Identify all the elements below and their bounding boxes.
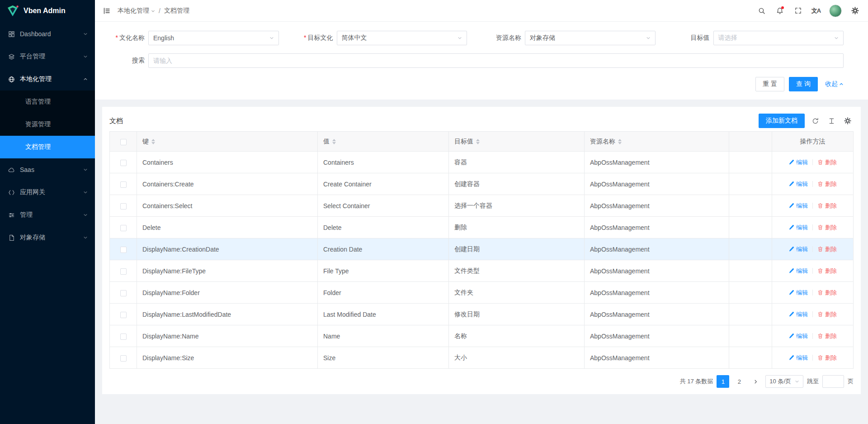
delete-button[interactable]: 删除	[817, 310, 837, 319]
cell-key: DisplayName:Name	[137, 325, 318, 347]
column-header-2[interactable]: 目标值	[449, 132, 585, 152]
reset-button[interactable]: 重 置	[755, 77, 784, 91]
edit-button[interactable]: 编辑	[788, 332, 808, 340]
cell-resource: AbpOssManagement	[585, 173, 729, 195]
collapse-link[interactable]: 收起	[825, 80, 844, 88]
select-all-checkbox[interactable]	[120, 139, 127, 145]
filter-field-label: *目标文化	[291, 34, 337, 42]
cell-spacer	[729, 195, 772, 217]
action-divider	[812, 203, 813, 209]
jump-page-input[interactable]	[822, 375, 844, 388]
table-row: DisplayName:FolderFolder文件夹AbpOssManagem…	[110, 282, 854, 304]
sidebar-item-saas[interactable]: Saas	[0, 158, 95, 181]
sidebar-item-platform[interactable]: 平台管理	[0, 45, 95, 68]
edit-button[interactable]: 编辑	[788, 180, 808, 188]
sidebar-subitem-localization-1[interactable]: 资源管理	[0, 113, 95, 136]
breadcrumb: 本地化管理 / 文档管理	[118, 7, 189, 15]
table-settings-gear-icon[interactable]	[842, 115, 854, 127]
filter-select-1[interactable]: 简体中文	[337, 31, 467, 45]
refresh-icon[interactable]	[809, 115, 821, 127]
settings-gear-icon[interactable]	[847, 3, 863, 19]
sidebar-subitem-localization-2[interactable]: 文档管理	[0, 136, 95, 158]
user-avatar[interactable]	[829, 5, 842, 17]
edit-button[interactable]: 编辑	[788, 245, 808, 253]
app-title: Vben Admin	[24, 7, 66, 15]
column-header-1[interactable]: 值	[318, 132, 449, 152]
delete-button[interactable]: 删除	[817, 158, 837, 167]
query-button[interactable]: 查 询	[789, 77, 818, 91]
delete-button[interactable]: 删除	[817, 245, 837, 253]
language-switch-icon[interactable]: 文A	[808, 3, 824, 19]
filter-select-2[interactable]: 对象存储	[525, 31, 656, 45]
delete-button[interactable]: 删除	[817, 267, 837, 275]
delete-button[interactable]: 删除	[817, 202, 837, 210]
delete-button[interactable]: 删除	[817, 224, 837, 232]
next-page-button[interactable]	[749, 375, 762, 388]
panel-toolbar: 文档 添加新文档	[109, 110, 854, 131]
sort-icon[interactable]	[332, 139, 336, 144]
cell-resource: AbpOssManagement	[585, 217, 729, 238]
sidebar-subitem-localization-0[interactable]: 语言管理	[0, 91, 95, 113]
edit-button[interactable]: 编辑	[788, 354, 808, 362]
row-height-icon[interactable]	[826, 115, 837, 127]
table-row: ContainersContainers容器AbpOssManagement编辑…	[110, 152, 854, 173]
cell-resource: AbpOssManagement	[585, 152, 729, 173]
cell-resource: AbpOssManagement	[585, 325, 729, 347]
notification-bell-icon[interactable]	[772, 3, 788, 19]
cell-actions: 编辑删除	[772, 238, 854, 260]
content: *文化名称English*目标文化简体中文资源名称对象存储目标值请选择搜索 重 …	[95, 22, 868, 424]
page-size-value: 10 条/页	[769, 377, 791, 386]
chevron-down-icon	[458, 36, 462, 40]
delete-label: 删除	[825, 354, 837, 362]
cell-value: Creation Date	[318, 238, 449, 260]
edit-button[interactable]: 编辑	[788, 224, 808, 232]
row-checkbox[interactable]	[120, 333, 127, 340]
column-label: 目标值	[454, 138, 473, 145]
column-header-3[interactable]: 资源名称	[585, 132, 729, 152]
logo[interactable]: Vben Admin	[0, 0, 95, 22]
edit-button[interactable]: 编辑	[788, 158, 808, 167]
table-row: DisplayName:LastModifiedDateLast Modifie…	[110, 304, 854, 325]
row-checkbox[interactable]	[120, 225, 127, 231]
delete-button[interactable]: 删除	[817, 332, 837, 340]
row-checkbox[interactable]	[120, 203, 127, 210]
sidebar-item-dashboard[interactable]: Dashboard	[0, 23, 95, 45]
search-input[interactable]	[148, 53, 844, 68]
table-row: DisplayName:FileTypeFile Type文件类型AbpOssM…	[110, 260, 854, 282]
page-button-1[interactable]: 1	[717, 375, 729, 388]
row-checkbox[interactable]	[120, 181, 127, 188]
sidebar-item-gateway[interactable]: 应用网关	[0, 181, 95, 204]
delete-button[interactable]: 删除	[817, 354, 837, 362]
filter-select-0[interactable]: English	[148, 31, 279, 45]
delete-button[interactable]: 删除	[817, 289, 837, 297]
sidebar-item-storage[interactable]: 对象存储	[0, 226, 95, 249]
sidebar-item-management[interactable]: 管理	[0, 204, 95, 226]
edit-button[interactable]: 编辑	[788, 267, 808, 275]
column-label: 操作方法	[800, 138, 826, 145]
breadcrumb-parent[interactable]: 本地化管理	[118, 7, 155, 15]
fullscreen-icon[interactable]	[790, 3, 806, 19]
edit-button[interactable]: 编辑	[788, 310, 808, 319]
menu-fold-icon[interactable]	[103, 7, 110, 14]
add-document-button[interactable]: 添加新文档	[759, 114, 805, 128]
cell-resource: AbpOssManagement	[585, 195, 729, 217]
row-checkbox[interactable]	[120, 312, 127, 318]
search-icon[interactable]	[754, 3, 769, 19]
column-header-0[interactable]: 键	[137, 132, 318, 152]
cell-checkbox	[110, 173, 137, 195]
filter-select-3[interactable]: 请选择	[713, 31, 844, 45]
row-checkbox[interactable]	[120, 160, 127, 166]
sidebar-item-localization[interactable]: 本地化管理	[0, 68, 95, 91]
edit-button[interactable]: 编辑	[788, 289, 808, 297]
row-checkbox[interactable]	[120, 355, 127, 362]
sort-icon[interactable]	[618, 139, 622, 144]
delete-button[interactable]: 删除	[817, 180, 837, 188]
sort-icon[interactable]	[476, 139, 480, 144]
row-checkbox[interactable]	[120, 268, 127, 275]
edit-button[interactable]: 编辑	[788, 202, 808, 210]
page-button-2[interactable]: 2	[733, 375, 745, 388]
row-checkbox[interactable]	[120, 247, 127, 253]
row-checkbox[interactable]	[120, 290, 127, 296]
page-size-select[interactable]: 10 条/页	[765, 375, 803, 388]
sort-icon[interactable]	[151, 139, 155, 144]
